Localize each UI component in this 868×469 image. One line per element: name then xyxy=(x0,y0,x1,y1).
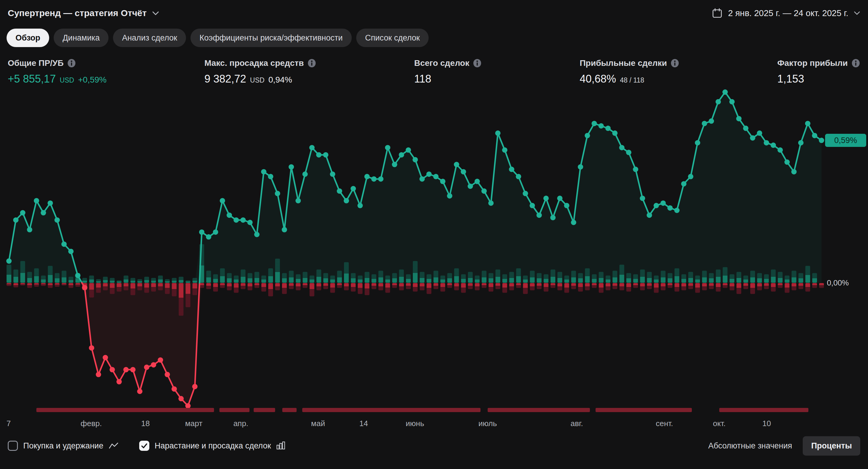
trade-drawdown-bar xyxy=(220,283,225,288)
equity-marker xyxy=(392,162,397,167)
trade-runup-bar xyxy=(186,280,190,283)
tab-risk-ratios[interactable]: Коэффициенты риска/эффективности xyxy=(190,29,351,47)
equity-marker xyxy=(68,249,73,254)
equity-marker xyxy=(378,177,383,182)
equity-chart[interactable]: 7февр.18мартапр.май14июньиюльавг.сент.ок… xyxy=(0,88,868,430)
trade-runup-bar xyxy=(427,275,431,283)
trade-runup-bar xyxy=(68,277,73,283)
equity-marker xyxy=(716,99,721,104)
equity-marker xyxy=(805,121,810,126)
equity-marker xyxy=(13,217,19,223)
equity-marker xyxy=(399,152,404,158)
equity-marker xyxy=(6,258,11,264)
trade-drawdown-bar xyxy=(557,283,562,290)
equity-marker xyxy=(48,200,53,206)
trade-drawdown-bar xyxy=(509,283,514,290)
buy-hold-toggle[interactable]: Покупка и удержание xyxy=(8,441,118,451)
trade-drawdown-bar xyxy=(13,283,18,287)
cumulative-drawdown-toggle[interactable]: Нарастание и просадка сделок xyxy=(139,441,285,451)
equity-marker xyxy=(585,133,590,138)
trade-drawdown-bar xyxy=(778,283,782,288)
trade-runup-bar xyxy=(234,276,239,283)
equity-marker xyxy=(536,213,542,218)
equity-marker xyxy=(695,140,700,146)
trade-drawdown-bar xyxy=(130,283,135,295)
equity-marker xyxy=(371,177,376,182)
percent-button[interactable]: Проценты xyxy=(803,436,860,456)
tab-overview[interactable]: Обзор xyxy=(6,29,49,47)
check-icon xyxy=(141,442,148,449)
equity-marker xyxy=(819,138,824,143)
trade-drawdown-bar xyxy=(640,283,645,290)
equity-marker xyxy=(709,118,714,124)
trade-drawdown-bar xyxy=(723,283,727,288)
trade-drawdown-bar xyxy=(310,283,314,296)
info-icon[interactable] xyxy=(851,59,860,68)
trade-runup-bar xyxy=(130,278,135,283)
trade-runup-bar xyxy=(358,276,363,283)
trade-runup-bar xyxy=(103,277,107,283)
trade-drawdown-bar xyxy=(399,283,404,290)
trade-runup-bar xyxy=(461,275,466,283)
equity-marker xyxy=(654,203,659,208)
trade-runup-bar xyxy=(805,266,810,283)
equity-marker xyxy=(213,229,218,235)
trade-drawdown-bar xyxy=(234,283,239,292)
info-icon[interactable] xyxy=(307,59,316,68)
buy-hold-checkbox[interactable] xyxy=(8,441,18,451)
trade-drawdown-bar xyxy=(661,283,665,290)
cumulative-drawdown-checkbox[interactable] xyxy=(139,441,149,451)
info-icon[interactable] xyxy=(473,59,482,68)
trade-drawdown-bar xyxy=(626,283,631,291)
equity-area-negative xyxy=(9,283,822,406)
chart-controls-bar: Покупка и удержание Нарастание и просадк… xyxy=(0,432,868,460)
equity-marker xyxy=(468,184,473,189)
equity-marker xyxy=(681,181,686,187)
equity-marker xyxy=(412,157,418,162)
x-axis-label: окт. xyxy=(713,419,725,428)
trade-runup-bar xyxy=(413,261,417,283)
equity-marker xyxy=(461,169,466,174)
absolute-values-button[interactable]: Абсолютные значения xyxy=(708,441,792,450)
trade-runup-bar xyxy=(571,271,576,283)
trade-runup-bar xyxy=(709,273,714,283)
equity-marker xyxy=(626,150,631,155)
drawdown-duration-strip xyxy=(282,408,297,412)
equity-marker xyxy=(420,177,425,182)
trade-runup-bar xyxy=(626,273,631,283)
strategy-title-dropdown[interactable]: Супертренд — стратегия Отчёт xyxy=(8,8,159,18)
equity-marker xyxy=(172,386,177,392)
trade-runup-bar xyxy=(785,276,789,283)
equity-marker xyxy=(743,126,748,131)
trade-runup-bar xyxy=(716,270,721,283)
trade-runup-bar xyxy=(737,272,741,283)
trade-runup-bar xyxy=(151,278,156,283)
equity-marker xyxy=(89,345,94,351)
tab-trade-analysis[interactable]: Анализ сделок xyxy=(113,29,186,47)
equity-marker xyxy=(647,213,652,218)
trade-drawdown-bar xyxy=(6,283,11,286)
tab-trade-list[interactable]: Список сделок xyxy=(356,29,429,47)
trade-drawdown-bar xyxy=(743,283,748,289)
trade-runup-bar xyxy=(365,272,369,283)
calendar-icon xyxy=(712,8,722,19)
equity-marker xyxy=(330,171,335,177)
trade-drawdown-bar xyxy=(34,283,39,287)
equity-marker xyxy=(206,234,211,240)
trade-runup-bar xyxy=(165,279,169,283)
trade-drawdown-bar xyxy=(151,283,156,291)
info-icon[interactable] xyxy=(67,59,76,68)
trade-runup-bar xyxy=(344,262,349,283)
trade-drawdown-bar xyxy=(358,283,363,294)
trade-runup-bar xyxy=(371,275,376,283)
trade-runup-bar xyxy=(261,276,266,283)
trade-drawdown-bar xyxy=(805,283,810,291)
tab-performance[interactable]: Динамика xyxy=(54,29,108,47)
equity-marker xyxy=(771,143,776,148)
info-icon[interactable] xyxy=(671,59,679,68)
trade-runup-bar xyxy=(778,272,782,283)
trade-runup-bar xyxy=(172,278,177,283)
trade-runup-bar xyxy=(792,271,797,283)
date-range-picker[interactable]: 2 янв. 2025 г. — 24 окт. 2025 г. xyxy=(712,8,860,19)
trade-drawdown-bar xyxy=(681,283,686,290)
